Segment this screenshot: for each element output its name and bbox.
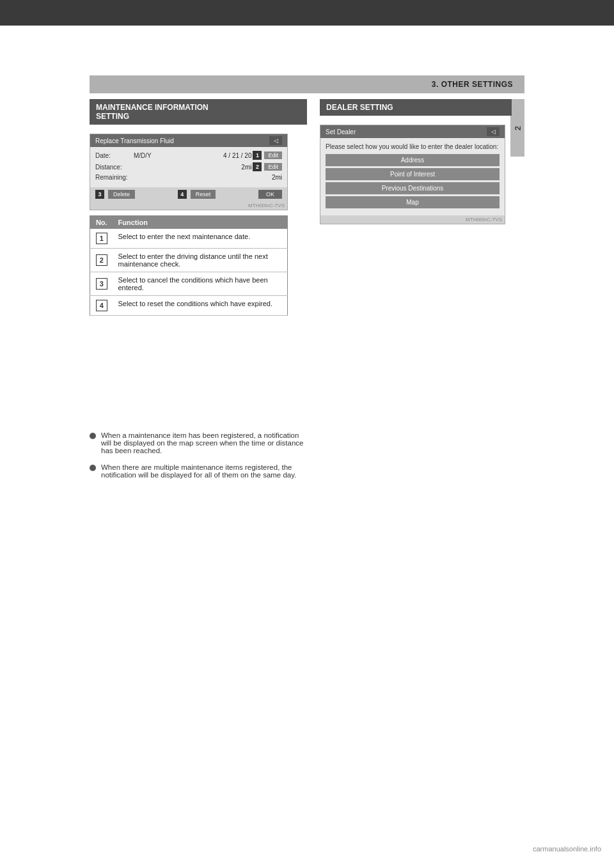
bullet-dot <box>90 465 96 471</box>
table-row-function: Select to reset the conditions which hav… <box>113 296 288 316</box>
table-col-function: Function <box>113 216 288 229</box>
maint-reset-btn[interactable]: Reset <box>191 190 216 199</box>
maint-delete-badge: 3 <box>95 190 104 199</box>
side-tab-number: 2 <box>513 125 523 130</box>
bullet-text: When there are multiple maintenance item… <box>101 463 307 479</box>
dealer-screen-title: Set Dealer <box>326 128 356 136</box>
func-num-box: 2 <box>96 254 107 266</box>
bullet-section: When a maintenance item has been registe… <box>90 431 307 488</box>
maint-remaining-row: Remaining: 2mi <box>95 174 282 181</box>
maint-screen-titlebar: Replace Transmission Fluid ◁ <box>90 134 287 147</box>
table-row-function: Select to enter the driving distance unt… <box>113 249 288 272</box>
maint-distance-label: Distance: <box>95 164 134 171</box>
maint-remaining-label: Remaining: <box>95 174 134 181</box>
dealer-options: AddressPoint of InterestPrevious Destina… <box>326 154 500 208</box>
bullet-item: When a maintenance item has been registe… <box>90 431 307 454</box>
dealer-option-btn[interactable]: Map <box>326 196 500 208</box>
right-column: DEALER SETTING Set Dealer ◁ Please selec… <box>320 99 512 224</box>
table-row-no: 1 <box>90 229 113 249</box>
maint-distance-badge: 2 <box>253 162 262 171</box>
table-row: 1Select to enter the next maintenance da… <box>90 229 288 249</box>
maint-date-badge: 1 <box>253 151 262 160</box>
side-tab: 2 <box>510 99 524 157</box>
dealer-prompt: Please select how you would like to ente… <box>326 143 500 150</box>
maint-date-value: 4 / 21 / 20 <box>223 152 251 159</box>
maint-screen-title: Replace Transmission Fluid <box>95 137 174 144</box>
maint-remaining-value: 2mi <box>272 174 282 181</box>
maint-delete-btn[interactable]: Delete <box>108 190 135 199</box>
maint-watermark: MTH00InC-TVS <box>90 201 287 210</box>
dealer-option-btn[interactable]: Previous Destinations <box>326 182 500 194</box>
dealer-screen: Set Dealer ◁ Please select how you would… <box>320 125 505 224</box>
table-row-no: 3 <box>90 272 113 296</box>
footer-logo: carmanualsonline.info <box>533 845 601 853</box>
dealer-screen-body: Please select how you would like to ente… <box>320 138 505 215</box>
left-column: MAINTENANCE INFORMATION SETTING Replace … <box>90 99 307 316</box>
table-col-no: No. <box>90 216 113 229</box>
bullet-item: When there are multiple maintenance item… <box>90 463 307 479</box>
maint-screen-back-icon: ◁ <box>269 136 282 145</box>
main-content: MAINTENANCE INFORMATION SETTING Replace … <box>90 99 510 802</box>
table-row-no: 4 <box>90 296 113 316</box>
dealer-option-btn[interactable]: Address <box>326 154 500 166</box>
table-row-function: Select to enter the next maintenance dat… <box>113 229 288 249</box>
dealer-option-btn[interactable]: Point of Interest <box>326 168 500 180</box>
maint-delete-area: 3 Delete <box>95 190 135 199</box>
dealer-watermark: MTH00InC-TVS <box>320 215 505 224</box>
maint-screen-footer: 3 Delete 4 Reset OK <box>90 187 287 201</box>
maint-screen-body: Date: M/D/Y 4 / 21 / 20 1 Edit Distance:… <box>90 147 287 187</box>
table-row-no: 2 <box>90 249 113 272</box>
maintenance-title: MAINTENANCE INFORMATION SETTING <box>90 99 307 125</box>
func-num-box: 3 <box>96 278 107 290</box>
func-num-box: 4 <box>96 300 107 311</box>
maint-reset-area: 4 Reset <box>178 190 216 199</box>
bullet-text: When a maintenance item has been registe… <box>101 431 307 454</box>
table-row: 4Select to reset the conditions which ha… <box>90 296 288 316</box>
dealer-title: DEALER SETTING <box>320 99 512 116</box>
func-num-box: 1 <box>96 233 107 244</box>
dealer-screen-back-icon: ◁ <box>487 127 500 136</box>
page-wrapper: 3. OTHER SETTINGS 2 MAINTENANCE INFORMAT… <box>0 0 614 868</box>
section-header-text: 3. OTHER SETTINGS <box>432 80 513 89</box>
maint-date-row: Date: M/D/Y 4 / 21 / 20 1 Edit <box>95 151 282 160</box>
function-table: No. Function 1Select to enter the next m… <box>90 215 288 316</box>
dealer-screen-titlebar: Set Dealer ◁ <box>320 125 505 138</box>
table-row: 2Select to enter the driving distance un… <box>90 249 288 272</box>
top-bar <box>0 0 614 26</box>
maint-reset-badge: 4 <box>178 190 187 199</box>
maint-date-format: M/D/Y <box>134 152 221 159</box>
section-header: 3. OTHER SETTINGS <box>90 75 524 93</box>
maint-distance-edit[interactable]: Edit <box>264 163 282 171</box>
maintenance-screen: Replace Transmission Fluid ◁ Date: M/D/Y… <box>90 134 288 210</box>
table-row-function: Select to cancel the conditions which ha… <box>113 272 288 296</box>
maint-distance-row: Distance: 2mi 2 Edit <box>95 162 282 171</box>
bullet-dot <box>90 433 96 439</box>
maint-ok-btn[interactable]: OK <box>258 190 282 199</box>
table-row: 3Select to cancel the conditions which h… <box>90 272 288 296</box>
maint-date-edit[interactable]: Edit <box>264 151 282 159</box>
maint-date-label: Date: <box>95 152 134 159</box>
maint-distance-val: 2mi <box>241 164 251 171</box>
page-footer: carmanualsonline.info <box>0 830 614 868</box>
